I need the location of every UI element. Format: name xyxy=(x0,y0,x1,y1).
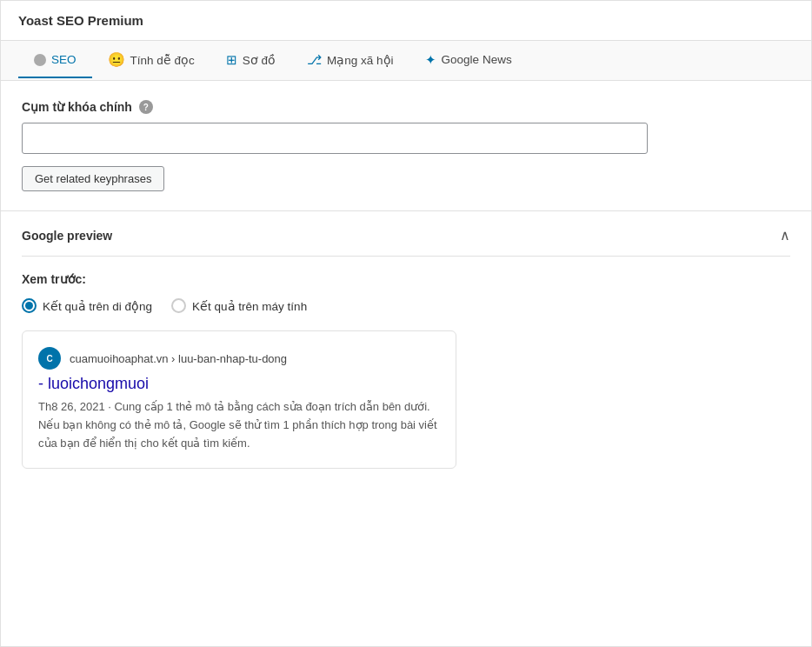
mobile-radio-option[interactable]: Kết quả trên di động xyxy=(22,298,152,313)
tab-social-label: Mạng xã hội xyxy=(327,53,394,67)
page-title: Yoast SEO Premium xyxy=(18,13,143,28)
tab-social[interactable]: ⎇ Mạng xã hội xyxy=(291,42,409,80)
schema-icon: ⊞ xyxy=(226,52,237,68)
page-wrapper: Yoast SEO Premium SEO 😐 Tính dễ đọc ⊞ Sơ… xyxy=(0,0,812,647)
share-icon: ⎇ xyxy=(307,52,322,68)
page-header: Yoast SEO Premium xyxy=(1,1,811,41)
tab-readability-label: Tính dễ đọc xyxy=(130,53,195,67)
google-preview-section: Google preview ∧ Xem trước: Kết quả trên… xyxy=(1,211,811,469)
view-mode-radio-group: Kết quả trên di động Kết quả trên máy tí… xyxy=(22,298,790,313)
google-preview-card: C cuamuoihoaphat.vn › luu-ban-nhap-tu-do… xyxy=(22,330,456,469)
news-icon: ✦ xyxy=(425,52,436,68)
readability-icon: 😐 xyxy=(108,51,125,68)
preview-description: Th8 26, 2021 · Cung cấp 1 thẻ mô tả bằng… xyxy=(38,398,440,452)
mobile-radio-inner xyxy=(25,302,33,310)
preview-site-row: C cuamuoihoaphat.vn › luu-ban-nhap-tu-do… xyxy=(38,347,440,370)
preview-section-title: Google preview xyxy=(22,229,112,243)
keyphrase-input[interactable] xyxy=(22,123,648,154)
desktop-radio-option[interactable]: Kết quả trên máy tính xyxy=(171,298,307,313)
tab-seo-label: SEO xyxy=(51,53,77,66)
keyphrase-section: Cụm từ khóa chính ? Get related keyphras… xyxy=(1,81,811,211)
tab-google-news[interactable]: ✦ Google News xyxy=(409,42,528,80)
preview-link[interactable]: - luoichongmuoi xyxy=(38,375,440,393)
preview-label: Xem trước: xyxy=(22,272,790,286)
seo-icon xyxy=(34,54,46,66)
tab-seo[interactable]: SEO xyxy=(18,43,92,78)
keyphrase-label-row: Cụm từ khóa chính ? xyxy=(22,100,790,114)
site-info: cuamuoihoaphat.vn › luu-ban-nhap-tu-dong xyxy=(70,352,287,365)
site-path: cuamuoihoaphat.vn › luu-ban-nhap-tu-dong xyxy=(70,352,287,365)
keyphrase-help-icon[interactable]: ? xyxy=(139,100,153,114)
preview-header: Google preview ∧ xyxy=(22,211,790,256)
desktop-radio-label: Kết quả trên máy tính xyxy=(192,299,307,313)
collapse-chevron-icon[interactable]: ∧ xyxy=(780,227,790,243)
site-favicon: C xyxy=(38,347,61,370)
favicon-letter: C xyxy=(46,354,52,364)
keyphrase-label-text: Cụm từ khóa chính xyxy=(22,100,132,114)
tab-readability[interactable]: 😐 Tính dễ đọc xyxy=(92,41,210,80)
tabs-container: SEO 😐 Tính dễ đọc ⊞ Sơ đồ ⎇ Mạng xã hội … xyxy=(1,41,811,81)
tab-schema[interactable]: ⊞ Sơ đồ xyxy=(210,42,291,80)
tab-google-news-label: Google News xyxy=(442,53,512,66)
content-area: Cụm từ khóa chính ? Get related keyphras… xyxy=(1,81,811,469)
tab-schema-label: Sơ đồ xyxy=(243,53,276,67)
divider xyxy=(22,256,790,257)
mobile-radio-circle xyxy=(22,298,37,313)
desktop-radio-circle xyxy=(171,298,186,313)
mobile-radio-label: Kết quả trên di động xyxy=(43,299,152,313)
get-related-keyphrases-button[interactable]: Get related keyphrases xyxy=(22,166,164,191)
